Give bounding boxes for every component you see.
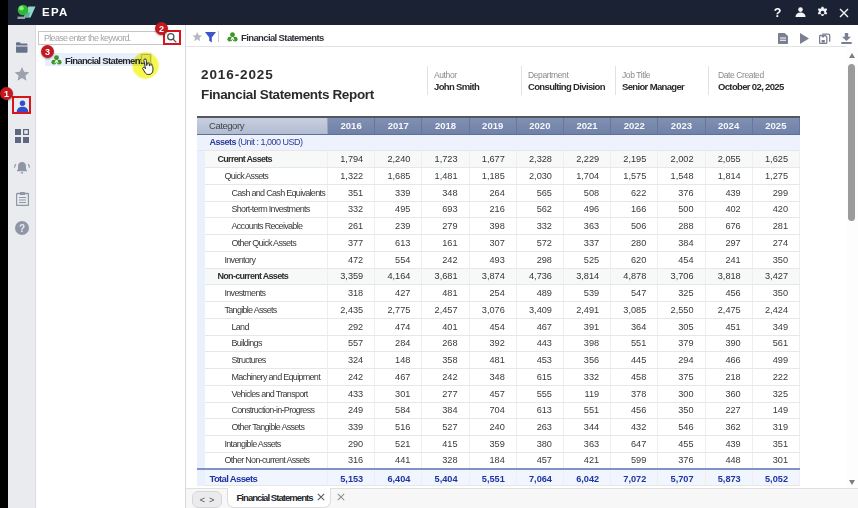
- svg-text:?: ?: [19, 223, 25, 234]
